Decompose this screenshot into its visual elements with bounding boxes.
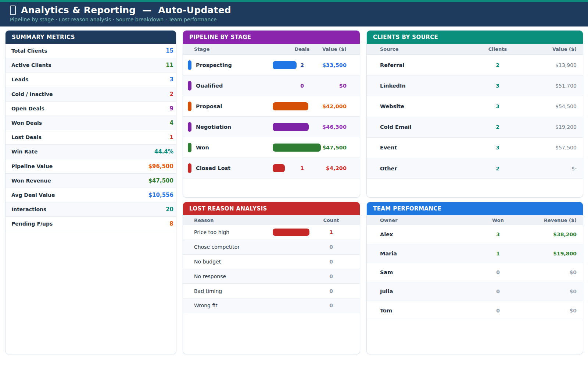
reason-count: 0: [309, 288, 353, 294]
metric-label: Open Deals: [11, 106, 44, 112]
pipeline-row-prospecting: Prospecting 2 $33,500: [183, 55, 360, 75]
owner-label: Julia: [380, 289, 393, 294]
deals-bar: [273, 144, 321, 152]
pipeline-rows: Prospecting 2 $33,500 Qualified 0 $0 Pro…: [183, 55, 360, 178]
sources-panel-title: CLIENTS BY SOURCE: [367, 31, 583, 44]
metric-value: 3: [170, 76, 173, 83]
stage-color-pill: [188, 102, 191, 111]
reason-label: No response: [194, 273, 226, 279]
source-value: $19,200: [555, 124, 577, 130]
pipeline-row-closed-lost: Closed Lost 1 $4,200: [183, 158, 360, 178]
stage-color-pill: [188, 163, 191, 173]
metric-label: Total Clients: [11, 48, 47, 54]
summary-row-win-rate: Win Rate44.4%: [6, 145, 176, 159]
stage-label: Prospecting: [196, 62, 232, 68]
metric-label: Win Rate: [11, 149, 38, 155]
deals-bar: [273, 61, 297, 69]
deals-bar: [273, 164, 285, 172]
app-header: Analytics & Reporting — Auto-Updated Pip…: [0, 2, 588, 26]
team-row-julia: Julia 0 $0: [367, 282, 583, 301]
source-value: $54,500: [555, 103, 577, 109]
summary-metrics-title: SUMMARY METRICS: [6, 31, 176, 44]
summary-row-avg-deal-value: Avg Deal Value$10,556: [6, 188, 176, 202]
column-header-deals: Deals: [280, 46, 324, 52]
owner-label: Tom: [380, 308, 392, 314]
summary-row-interactions: Interactions20: [6, 202, 176, 217]
summary-metrics-rows: Total Clients15 Active Clients11 Leads3 …: [6, 44, 176, 231]
column-header-count: Count: [309, 217, 353, 223]
metric-value: 4: [170, 120, 173, 126]
lost-reason-row-price-too-high: Price too high 1: [183, 225, 360, 240]
stage-label: Qualified: [196, 83, 223, 89]
summary-row-pending-fups: Pending F/ups8: [6, 217, 176, 231]
stage-label: Won: [196, 145, 209, 151]
team-column-headers: Owner Won Revenue ($): [367, 215, 583, 225]
metric-label: Pipeline Value: [11, 163, 53, 169]
reason-label: Chose competitor: [194, 244, 240, 250]
lost-reason-row-no-response: No response 0: [183, 269, 360, 284]
metric-value: 11: [166, 62, 173, 68]
client-count: 2: [476, 124, 520, 130]
stage-value: $47,500: [322, 145, 347, 151]
page-title: Analytics & Reporting — Auto-Updated: [21, 5, 231, 15]
metric-value: 9: [170, 105, 173, 112]
lost-reason-row-bad-timing: Bad timing 0: [183, 284, 360, 298]
client-count: 2: [476, 62, 520, 68]
source-row-linkedin: LinkedIn 3 $51,700: [367, 75, 583, 96]
client-count: 3: [476, 83, 520, 89]
summary-row-total-clients: Total Clients15: [6, 44, 176, 58]
column-header-won: Won: [476, 217, 520, 223]
column-header-revenue: Revenue ($): [544, 217, 577, 223]
page-subtitle: Pipeline by stage · Lost reason analysis…: [10, 17, 578, 22]
summary-row-pipeline-value: Pipeline Value$96,500: [6, 159, 176, 174]
metric-value: $96,500: [148, 163, 173, 170]
column-header-source: Source: [367, 46, 398, 52]
metric-label: Won Revenue: [11, 178, 51, 184]
reason-label: Bad timing: [194, 288, 222, 294]
metric-label: Pending F/ups: [11, 221, 53, 227]
deals-bar: [273, 102, 308, 110]
revenue-value: $0: [570, 308, 577, 314]
source-label: Cold Email: [380, 124, 412, 130]
clients-by-source-panel: CLIENTS BY SOURCE Source Clients Value (…: [366, 30, 583, 198]
source-label: Event: [380, 145, 397, 151]
deals-bar: [273, 123, 309, 131]
column-header-owner: Owner: [367, 217, 398, 223]
sources-rows: Referral 2 $13,900 LinkedIn 3 $51,700 We…: [367, 55, 583, 179]
sources-column-headers: Source Clients Value ($): [367, 44, 583, 55]
column-header-value: Value ($): [322, 46, 347, 52]
client-count: 3: [476, 103, 520, 109]
summary-metrics-panel: SUMMARY METRICS Total Clients15 Active C…: [5, 30, 176, 354]
stage-value: $0: [339, 83, 347, 89]
source-value: $51,700: [555, 83, 577, 89]
source-row-other: Other 2 $-: [367, 158, 583, 179]
metric-label: Cold / Inactive: [11, 91, 53, 97]
stage-value: $46,300: [322, 124, 347, 130]
pipeline-row-negotiation: Negotiation $46,300: [183, 117, 360, 137]
reason-count: 0: [309, 244, 353, 250]
stage-value: $42,000: [322, 103, 347, 109]
metric-value: $47,500: [148, 177, 173, 184]
reason-label: Wrong fit: [194, 302, 218, 308]
lost-reason-row-wrong-fit: Wrong fit 0: [183, 298, 360, 313]
owner-label: Maria: [380, 251, 397, 256]
revenue-value: $19,800: [553, 251, 577, 256]
won-count: 1: [476, 251, 520, 256]
owner-label: Alex: [380, 231, 393, 237]
stage-color-pill: [188, 81, 191, 91]
source-value: $57,500: [555, 145, 577, 151]
won-count: 3: [476, 231, 520, 237]
won-count: 0: [476, 289, 520, 294]
summary-row-won-deals: Won Deals4: [6, 116, 176, 130]
won-count: 0: [476, 308, 520, 314]
reason-count: 0: [309, 302, 353, 308]
source-row-website: Website 3 $54,500: [367, 96, 583, 117]
reason-count: 0: [309, 259, 353, 265]
pipeline-panel-title: PIPELINE BY STAGE: [183, 31, 360, 44]
stage-label: Closed Lost: [196, 165, 230, 171]
revenue-value: $38,200: [553, 231, 577, 237]
metric-label: Won Deals: [11, 120, 42, 126]
revenue-value: $0: [570, 289, 577, 294]
source-value: $13,900: [555, 62, 577, 68]
client-count: 2: [476, 166, 520, 171]
